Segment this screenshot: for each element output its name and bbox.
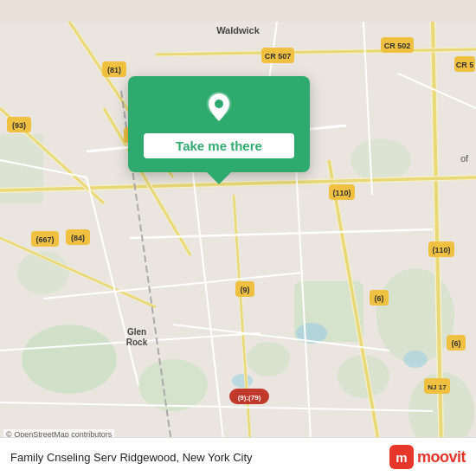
- bottom-bar: Family Cnseling Serv Ridgewood, New York…: [0, 437, 476, 476]
- map-container: (81) CR 507 CR 502 CR 5 (84) (84) (667) …: [0, 0, 476, 476]
- svg-text:of: of: [460, 153, 469, 164]
- svg-text:(81): (81): [107, 66, 121, 74]
- svg-text:m: m: [396, 450, 407, 465]
- take-me-there-button[interactable]: Take me there: [144, 133, 294, 158]
- svg-text:(6): (6): [375, 294, 384, 303]
- moovit-brand-text: moovit: [417, 448, 466, 466]
- svg-text:CR 502: CR 502: [384, 42, 411, 50]
- svg-text:(9);(79): (9);(79): [238, 394, 261, 402]
- svg-text:CR 507: CR 507: [265, 52, 292, 61]
- svg-point-1: [22, 325, 117, 394]
- svg-text:Rock: Rock: [126, 338, 148, 347]
- svg-point-10: [351, 138, 411, 182]
- svg-text:CR 5: CR 5: [456, 61, 474, 69]
- svg-text:(667): (667): [35, 235, 54, 244]
- moovit-logo: m moovit: [389, 445, 466, 469]
- svg-text:Glen: Glen: [127, 327, 146, 337]
- svg-text:(9): (9): [241, 286, 250, 294]
- svg-point-13: [232, 374, 253, 388]
- svg-text:Waldwick: Waldwick: [216, 25, 261, 35]
- svg-text:(110): (110): [332, 189, 351, 197]
- popup-card: Take me there: [128, 76, 310, 172]
- svg-point-4: [376, 268, 454, 363]
- svg-point-12: [403, 351, 428, 368]
- svg-point-81: [215, 100, 223, 108]
- svg-text:(6): (6): [452, 339, 461, 348]
- svg-point-7: [247, 342, 290, 376]
- moovit-icon: m: [389, 445, 414, 469]
- location-title: Family Cnseling Serv Ridgewood, New York…: [10, 451, 253, 464]
- svg-text:(84): (84): [71, 234, 85, 242]
- svg-text:(93): (93): [12, 121, 26, 130]
- svg-text:(110): (110): [432, 246, 450, 254]
- svg-point-2: [138, 359, 208, 411]
- svg-text:NJ 17: NJ 17: [428, 383, 447, 391]
- location-pin-icon: [200, 88, 238, 126]
- map-svg: (81) CR 507 CR 502 CR 5 (84) (84) (667) …: [0, 0, 476, 476]
